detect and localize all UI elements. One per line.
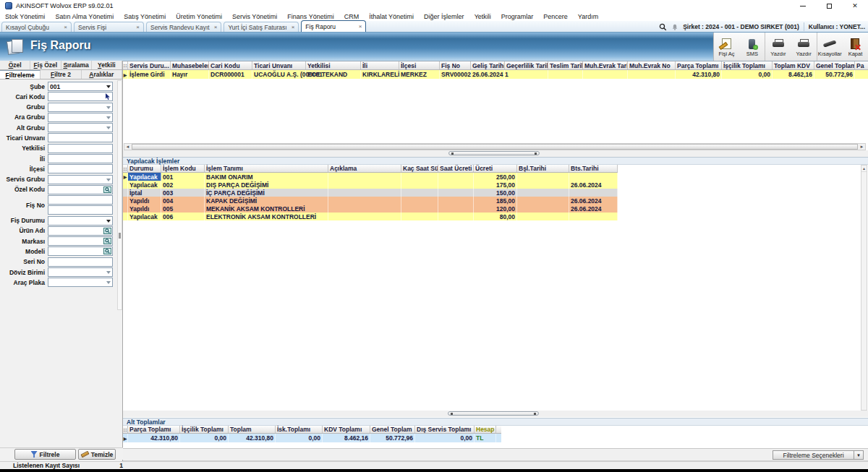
drag-handle-icon[interactable]: ∷ — [123, 61, 128, 69]
combo-arrow-icon[interactable] — [106, 271, 111, 274]
grid-cell[interactable] — [438, 197, 474, 205]
menu-item-programlar[interactable]: Programlar — [496, 13, 539, 20]
markasi-input[interactable] — [48, 237, 112, 245]
grid-cell[interactable]: 8.462,16 — [323, 434, 370, 442]
column-header[interactable]: İşçilik Toplamı — [722, 61, 773, 69]
doviz-birimi-input[interactable] — [48, 268, 112, 276]
islem-row[interactable]: İptal 003 İÇ PARÇA DEĞİŞİMİ 150,00 — [123, 189, 618, 197]
column-header[interactable]: Saat Ücreti — [438, 165, 474, 172]
grid-cell[interactable] — [401, 189, 438, 197]
ara-grubu-input[interactable] — [48, 113, 112, 121]
column-header[interactable]: Fiş No — [440, 61, 471, 69]
column-header[interactable]: Hesap — [475, 426, 496, 433]
grid-cell[interactable] — [328, 189, 401, 197]
grid-cell[interactable]: Yapıldı — [128, 197, 161, 205]
grid-cell[interactable]: 150,00 — [474, 189, 517, 197]
ara-grubu-combo[interactable] — [48, 113, 113, 122]
cari-kodu-field[interactable] — [48, 92, 113, 101]
combo-arrow-icon[interactable] — [106, 106, 111, 109]
grid-cell[interactable]: 50.772,96 — [370, 434, 415, 442]
cari-kodu-input[interactable] — [48, 93, 112, 100]
tab-close-icon[interactable]: × — [136, 24, 140, 30]
grid-cell[interactable]: 003 — [161, 189, 205, 197]
tab-yetkili[interactable]: Yetkili — [92, 61, 122, 69]
grid-cell[interactable]: ECE TEKAND — [306, 70, 361, 79]
grid-cell[interactable]: SRV00002 — [440, 70, 471, 79]
splitter-handle[interactable] — [448, 151, 540, 155]
menu-item-finans[interactable]: Finans Yönetimi — [282, 13, 339, 20]
grid-cell[interactable] — [401, 205, 438, 213]
combo-arrow-icon[interactable] — [106, 116, 111, 119]
column-header[interactable]: Toplam KDV — [773, 61, 814, 69]
grid-cell[interactable]: BAKIM ONARIM — [205, 173, 328, 181]
grid-cell[interactable]: KIRKLARELİ — [361, 70, 399, 79]
islem-row[interactable]: Yapıldı 005 MEKANİK AKSAM KONTROLLERİ 12… — [123, 205, 618, 213]
menu-item-satin-alma[interactable]: Satın Alma Yönetimi — [50, 13, 119, 20]
grid-cell[interactable]: UCAOĞLU A.Ş. (000001 — [252, 70, 306, 79]
grid-cell[interactable] — [517, 181, 569, 189]
grid-cell[interactable]: 0,00 — [722, 70, 773, 79]
column-header[interactable]: Ücreti — [474, 165, 517, 172]
column-header[interactable]: Bts.Tarihi — [569, 165, 618, 172]
grid-cell[interactable]: TL — [475, 434, 496, 442]
column-header[interactable]: İlçesi — [399, 61, 440, 69]
modeli-input[interactable] — [48, 247, 112, 255]
dropdown-arrow-icon[interactable]: ▼ — [854, 450, 863, 460]
column-header[interactable]: Kaç Saat Sürdü — [401, 165, 438, 172]
menu-item-stok[interactable]: Stok Yönetimi — [0, 13, 50, 20]
grid-cell[interactable]: Yapılacak — [128, 213, 161, 220]
grid-cell[interactable] — [548, 70, 583, 79]
print-button-1[interactable]: Yazdır — [765, 33, 791, 61]
temizle-button[interactable]: Temizle — [78, 449, 116, 460]
grid-cell[interactable] — [438, 173, 474, 181]
grid-cell[interactable]: DCR000001 — [209, 70, 252, 79]
grid-cell[interactable]: 006 — [161, 213, 205, 220]
column-header[interactable]: Muh.Evrak No — [628, 61, 676, 69]
grid-cell[interactable] — [328, 213, 401, 220]
column-header[interactable]: Genel Toplam — [370, 426, 415, 433]
alt-grubu-input[interactable] — [48, 124, 112, 132]
close-report-button[interactable]: Kapat — [843, 33, 868, 61]
grid-cell[interactable]: Hayır — [171, 70, 209, 79]
grid-cell[interactable] — [401, 197, 438, 205]
menu-item-pencere[interactable]: Pencere — [538, 13, 573, 20]
grid-cell[interactable]: 26.06.2024 — [569, 181, 618, 189]
ili-input[interactable] — [48, 155, 112, 163]
modeli-field[interactable] — [48, 246, 113, 256]
totals-row[interactable]: ▶ 42.310,80 0,00 42.310,80 0,00 8.462,16… — [123, 434, 501, 442]
grid-cell[interactable]: 50.772,96 — [814, 70, 855, 79]
fis-durumu-dropdown[interactable] — [48, 216, 113, 226]
grid-cell[interactable]: DIŞ PARÇA DEĞİŞİMİ — [205, 181, 328, 189]
grid-cell[interactable] — [583, 70, 628, 79]
grid-cell[interactable] — [401, 213, 438, 220]
scrollbar-thumb[interactable] — [132, 144, 858, 150]
grid-cell[interactable]: 8.462,16 — [773, 70, 814, 79]
company-label[interactable]: Şirket : 2024 - 001 - DEMO SIRKET (001) — [683, 23, 799, 30]
ili-field[interactable] — [48, 154, 113, 163]
drag-handle-icon[interactable]: ∷ — [123, 165, 128, 172]
lookup-magnifier-icon[interactable] — [103, 238, 111, 244]
tab-fis-raporu[interactable]: Fiş Raporu× — [301, 20, 366, 32]
grid-cell[interactable] — [401, 173, 438, 181]
arac-plaka-combo[interactable] — [48, 278, 113, 287]
alt-grubu-combo[interactable] — [48, 123, 113, 132]
shortcuts-button[interactable]: Kısayollar — [817, 33, 843, 61]
tab-kisayol-cubugu[interactable]: Kısayol Çubuğu× — [1, 22, 72, 32]
grid-cell[interactable] — [438, 181, 474, 189]
menu-item-yardim[interactable]: Yardım — [573, 13, 603, 20]
column-header[interactable]: KDV Toplamı — [323, 426, 370, 433]
islem-row[interactable]: Yapılacak 006 ELEKTRONİK AKSAM KONTROLLE… — [123, 213, 618, 220]
markasi-field[interactable] — [48, 236, 113, 246]
grid-cell[interactable]: 42.310,80 — [229, 434, 276, 442]
ticari-unvani-field[interactable] — [48, 133, 113, 142]
column-header[interactable]: Açıklama — [328, 165, 401, 172]
islem-row[interactable]: ▶ Yapılacak 001 BAKIM ONARIM 250,00 — [123, 173, 618, 181]
grid-cell[interactable] — [401, 181, 438, 189]
dropdown-arrow-icon[interactable] — [106, 220, 111, 223]
scroll-up-icon[interactable]: ▲ — [861, 166, 867, 172]
seri-no-field[interactable] — [48, 257, 113, 267]
grid-cell[interactable]: MEKANİK AKSAM KONTROLLERİ — [205, 205, 328, 213]
yetkilisi-input[interactable] — [48, 145, 112, 153]
grid-cell[interactable]: 005 — [161, 205, 205, 213]
tab-close-icon[interactable]: × — [214, 24, 218, 30]
